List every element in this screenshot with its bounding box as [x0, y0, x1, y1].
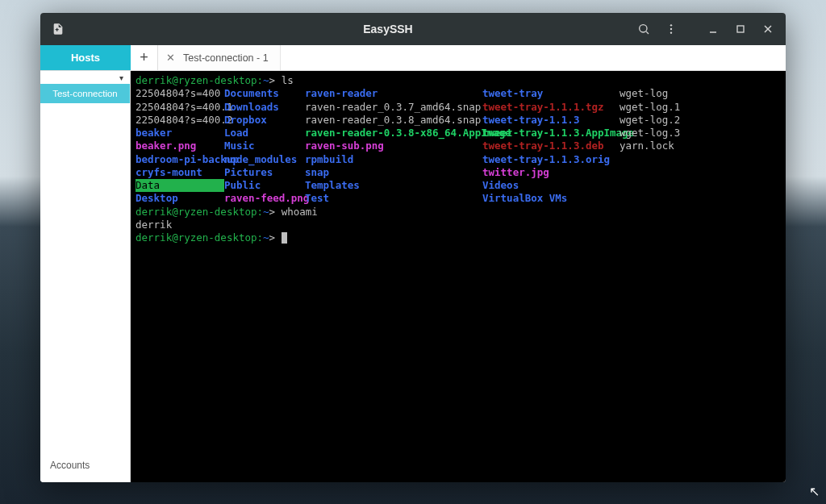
close-button[interactable] [757, 18, 779, 40]
connection-tab[interactable]: ✕ Test-connection - 1 [158, 45, 281, 70]
terminal[interactable]: derrik@ryzen-desktop:~> ls22504804?s=400… [131, 71, 786, 482]
hosts-tab[interactable]: Hosts [40, 45, 131, 70]
svg-point-2 [670, 24, 672, 26]
new-tab-button[interactable]: + [131, 45, 158, 70]
svg-point-3 [670, 28, 672, 30]
window-title: EasySSH [144, 23, 632, 35]
close-tab-icon[interactable]: ✕ [166, 52, 175, 64]
chevron-down-icon[interactable]: ▾ [40, 71, 130, 84]
titlebar: EasySSH [40, 13, 786, 45]
svg-point-0 [640, 25, 647, 32]
body: ▾ Test-connection Accounts derrik@ryzen-… [40, 71, 786, 482]
cursor-icon: ↖ [809, 484, 820, 499]
new-file-icon[interactable] [47, 18, 69, 40]
menu-icon[interactable] [660, 18, 682, 40]
app-window: EasySSH Hosts + ✕ Test-connection - [40, 13, 786, 482]
svg-point-4 [670, 31, 672, 33]
accounts-button[interactable]: Accounts [40, 448, 130, 482]
sidebar: ▾ Test-connection Accounts [40, 71, 131, 482]
svg-line-1 [646, 31, 649, 34]
maximize-button[interactable] [729, 18, 752, 40]
search-icon[interactable] [632, 18, 655, 40]
tab-label: Test-connection - 1 [183, 52, 269, 64]
svg-rect-6 [737, 26, 744, 32]
minimize-button[interactable] [702, 18, 724, 40]
tab-bar: Hosts + ✕ Test-connection - 1 [40, 45, 786, 71]
sidebar-item-connection[interactable]: Test-connection [40, 84, 130, 103]
